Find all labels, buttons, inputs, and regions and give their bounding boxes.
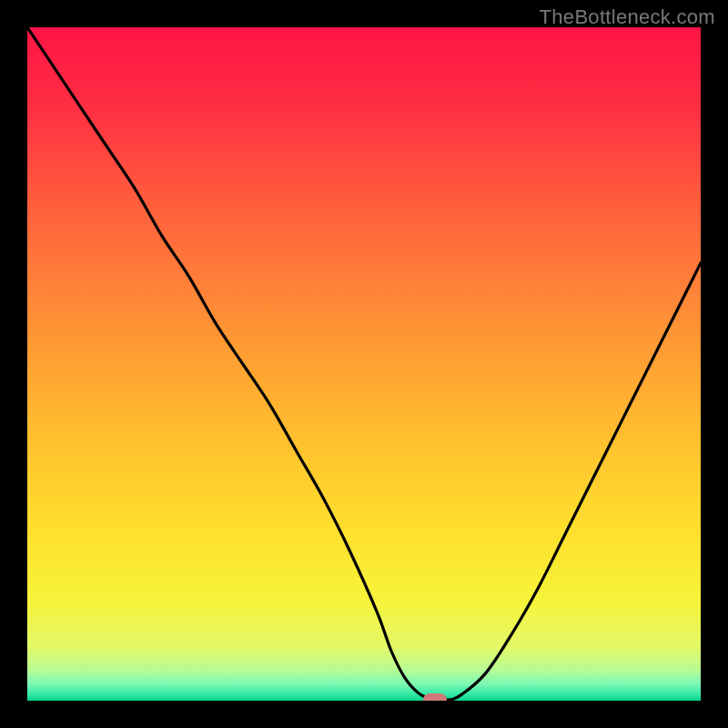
optimum-marker [423, 693, 447, 701]
plot-area [27, 27, 701, 701]
chart-frame: TheBottleneck.com [0, 0, 728, 728]
watermark-text: TheBottleneck.com [540, 5, 715, 29]
bottleneck-curve [27, 27, 701, 701]
